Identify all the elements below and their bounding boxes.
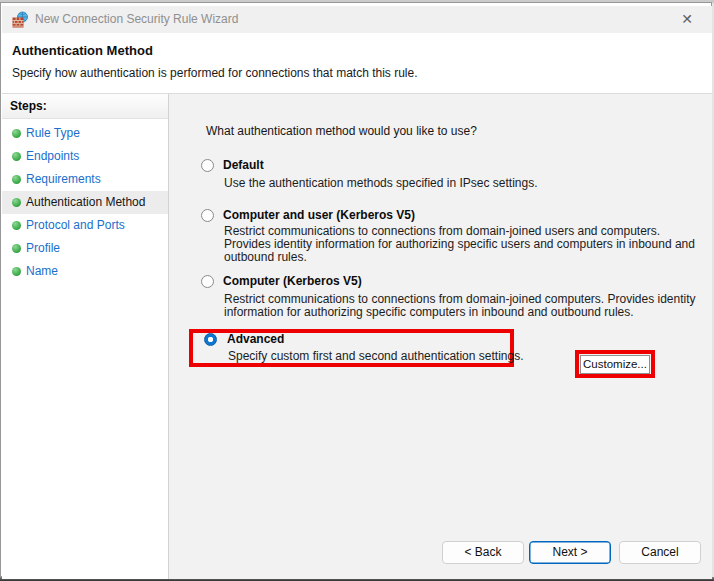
step-bullet-icon (12, 221, 21, 230)
customize-button[interactable]: Customize... (580, 355, 650, 374)
steps-sidebar: Steps: Rule Type Endpoints Requirements … (2, 94, 169, 579)
sidebar-item-protocol-and-ports[interactable]: Protocol and Ports (2, 214, 168, 237)
sidebar-item-requirements[interactable]: Requirements (2, 168, 168, 191)
option-desc-default: Use the authentication methods specified… (224, 177, 538, 190)
wizard-window: New Connection Security Rule Wizard ✕ Au… (0, 2, 712, 577)
wizard-content: What authentication method would you lik… (169, 94, 712, 579)
page-title: Authentication Method (12, 43, 153, 58)
option-label-computer[interactable]: Computer (Kerberos V5) (223, 274, 362, 288)
question-text: What authentication method would you lik… (206, 124, 477, 138)
option-desc-advanced: Specify custom first and second authenti… (228, 350, 524, 363)
sidebar-item-authentication-method[interactable]: Authentication Method (2, 191, 168, 214)
radio-advanced[interactable] (204, 333, 217, 346)
page-subtitle: Specify how authentication is performed … (12, 66, 418, 80)
step-bullet-icon (12, 152, 21, 161)
sidebar-item-label: Requirements (26, 168, 101, 191)
option-label-computer-and-user[interactable]: Computer and user (Kerberos V5) (223, 208, 415, 222)
option-desc-computer: Restrict communications to connections f… (224, 293, 696, 319)
sidebar-item-label: Rule Type (26, 122, 80, 145)
option-label-advanced[interactable]: Advanced (227, 332, 284, 346)
step-bullet-icon (12, 198, 21, 207)
sidebar-item-endpoints[interactable]: Endpoints (2, 145, 168, 168)
next-button[interactable]: Next > (529, 541, 611, 564)
steps-heading: Steps: (2, 94, 168, 119)
sidebar-item-label: Protocol and Ports (26, 214, 125, 237)
option-desc-computer-and-user: Restrict communications to connections f… (224, 225, 695, 264)
close-icon[interactable]: ✕ (674, 6, 700, 33)
back-button[interactable]: < Back (442, 541, 524, 564)
option-label-default[interactable]: Default (223, 158, 264, 172)
sidebar-item-label: Profile (26, 237, 60, 260)
step-bullet-icon (12, 267, 21, 276)
firewall-icon (12, 11, 29, 28)
radio-default[interactable] (201, 159, 214, 172)
screenshot-root: New Connection Security Rule Wizard ✕ Au… (0, 0, 714, 581)
step-bullet-icon (12, 175, 21, 184)
sidebar-item-label: Authentication Method (26, 191, 145, 214)
sidebar-item-profile[interactable]: Profile (2, 237, 168, 260)
sidebar-item-label: Name (26, 260, 58, 283)
step-bullet-icon (12, 129, 21, 138)
sidebar-item-rule-type[interactable]: Rule Type (2, 122, 168, 145)
step-bullet-icon (12, 244, 21, 253)
wizard-header: Authentication Method Specify how authen… (2, 33, 712, 94)
window-title: New Connection Security Rule Wizard (35, 6, 238, 33)
sidebar-item-label: Endpoints (26, 145, 79, 168)
cancel-button[interactable]: Cancel (619, 541, 701, 564)
radio-computer-and-user[interactable] (201, 209, 214, 222)
radio-computer[interactable] (201, 275, 214, 288)
titlebar: New Connection Security Rule Wizard ✕ (2, 6, 712, 34)
sidebar-item-name[interactable]: Name (2, 260, 168, 283)
